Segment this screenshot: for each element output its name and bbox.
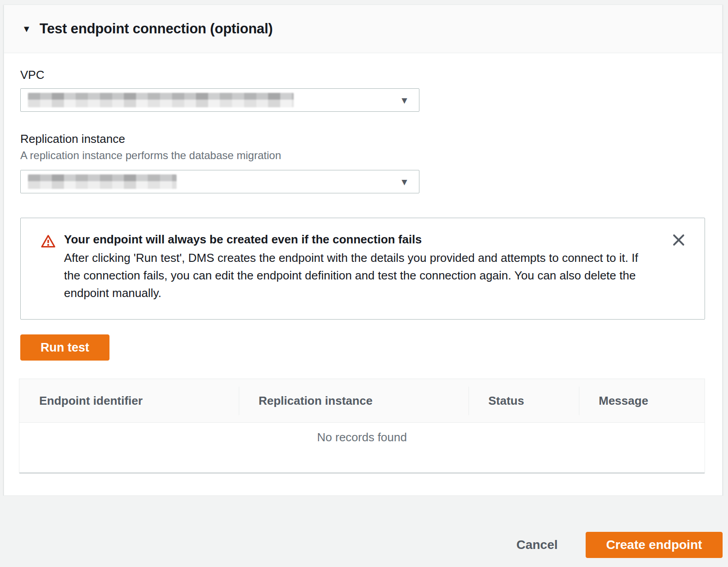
replication-instance-redacted-value — [28, 174, 177, 189]
run-test-button[interactable]: Run test — [20, 334, 109, 361]
form-footer: Cancel Create endpoint — [0, 496, 728, 567]
section-header[interactable]: ▼ Test endpoint connection (optional) — [4, 5, 722, 53]
close-icon[interactable] — [669, 231, 687, 249]
vpc-redacted-value — [28, 93, 294, 107]
warning-alert-content: Your endpoint will always be created eve… — [64, 232, 655, 302]
column-header-message: Message — [579, 379, 705, 422]
replication-instance-label: Replication instance — [20, 132, 706, 146]
table-body: No records found — [19, 423, 705, 472]
create-endpoint-button[interactable]: Create endpoint — [586, 532, 723, 558]
table-header-row: Endpoint identifier Replication instance… — [19, 379, 705, 423]
test-endpoint-connection-panel: ▼ Test endpoint connection (optional) VP… — [4, 5, 723, 496]
test-results-table: Endpoint identifier Replication instance… — [19, 379, 705, 473]
replication-instance-description: A replication instance performs the data… — [20, 149, 706, 162]
warning-triangle-icon — [41, 234, 56, 250]
warning-title: Your endpoint will always be created eve… — [64, 232, 655, 247]
triangle-down-icon: ▼ — [400, 177, 409, 187]
dms-create-endpoint-page: ▼ Test endpoint connection (optional) VP… — [0, 0, 728, 567]
column-header-endpoint-identifier: Endpoint identifier — [19, 379, 239, 422]
triangle-down-icon: ▼ — [400, 96, 409, 105]
warning-body: After clicking 'Run test', DMS creates t… — [64, 249, 655, 302]
triangle-down-icon[interactable]: ▼ — [22, 24, 31, 33]
vpc-label: VPC — [20, 68, 706, 82]
vpc-select[interactable]: ▼ — [20, 88, 419, 112]
replication-instance-select[interactable]: ▼ — [20, 170, 419, 193]
column-header-replication-instance: Replication instance — [239, 379, 469, 422]
cancel-button[interactable]: Cancel — [516, 538, 558, 552]
section-body: VPC ▼ Replication instance A replication… — [4, 68, 722, 492]
empty-state-message: No records found — [19, 423, 705, 444]
section-title: Test endpoint connection (optional) — [40, 21, 273, 37]
column-header-status: Status — [469, 379, 579, 422]
warning-alert: Your endpoint will always be created eve… — [20, 218, 705, 320]
